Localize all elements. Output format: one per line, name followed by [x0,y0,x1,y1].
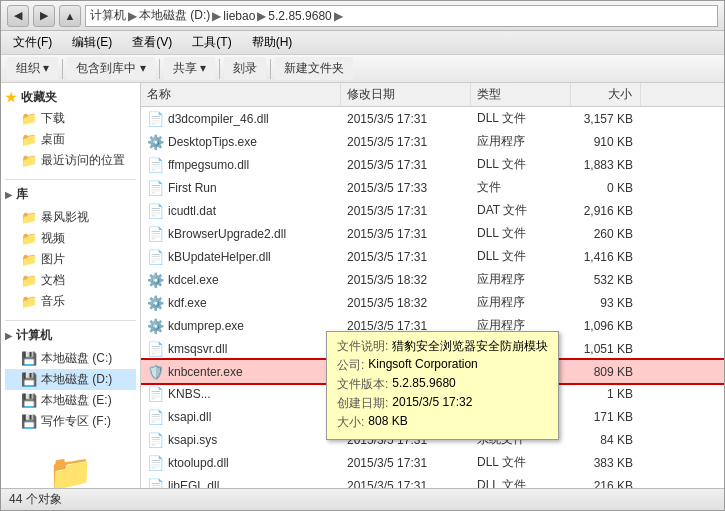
folder-icon: 📁 [21,153,37,168]
path-sep3: ▶ [257,9,266,23]
triangle-icon2: ▶ [5,331,12,341]
drive-icon: 💾 [21,351,37,366]
new-folder-button[interactable]: 新建文件夹 [275,57,353,80]
address-bar: ◀ ▶ ▲ 计算机 ▶ 本地磁盘 (D:) ▶ liebao ▶ 5.2.85.… [1,1,724,31]
tooltip-company-label: 公司: [337,357,364,374]
tooltip-version-row: 文件版本: 5.2.85.9680 [337,376,548,393]
video-label: 视频 [41,230,65,247]
status-bar: 44 个对象 [1,488,724,510]
tooltip-company-value: Kingsoft Corporation [368,357,477,374]
tooltip-created-value: 2015/3/5 17:32 [392,395,472,412]
sidebar-item-recent[interactable]: 📁 最近访问的位置 [5,150,136,171]
library-section: ▶ 库 📁 暴风影视 📁 视频 📁 图片 📁 文档 [5,184,136,312]
menu-file[interactable]: 文件(F) [9,32,56,53]
table-row[interactable]: 📄kBrowserUpgrade2.dll 2015/3/5 17:31 DLL… [141,222,724,245]
table-row[interactable]: ⚙️kdcel.exe 2015/3/5 18:32 应用程序 532 KB [141,268,724,291]
tooltip-desc-value: 猎豹安全浏览器安全防崩模块 [392,338,548,355]
back-button[interactable]: ◀ [7,5,29,27]
divider2 [5,320,136,321]
sidebar-item-movie[interactable]: 📁 暴风影视 [5,207,136,228]
sidebar-item-desktop[interactable]: 📁 桌面 [5,129,136,150]
path-sep1: ▶ [128,9,137,23]
tooltip-company-row: 公司: Kingsoft Corporation [337,357,548,374]
file-icon: ⚙️ [147,272,164,288]
table-row[interactable]: 📄ktoolupd.dll 2015/3/5 17:31 DLL 文件 383 … [141,451,724,474]
sidebar-item-f[interactable]: 💾 写作专区 (F:) [5,411,136,432]
file-icon: 🛡️ [147,364,164,380]
folder-icon: 📁 [21,210,37,225]
col-header-type[interactable]: 类型 [471,83,571,106]
sidebar-item-c[interactable]: 💾 本地磁盘 (C:) [5,348,136,369]
path-sep4: ▶ [334,9,343,23]
share-button[interactable]: 共享 ▾ [164,57,215,80]
path-drive[interactable]: 本地磁盘 (D:) [139,7,210,24]
folder-icon: 📁 [21,273,37,288]
forward-button[interactable]: ▶ [33,5,55,27]
drive-e-label: 本地磁盘 (E:) [41,392,112,409]
file-icon: 📄 [147,249,164,265]
bottom-folder-area: 📁 [5,452,136,488]
favorites-header[interactable]: ★ 收藏夹 [5,87,136,108]
organize-button[interactable]: 组织 ▾ [7,57,58,80]
path-version[interactable]: 5.2.85.9680 [268,9,331,23]
menu-tools[interactable]: 工具(T) [188,32,235,53]
tooltip-created-row: 创建日期: 2015/3/5 17:32 [337,395,548,412]
include-library-button[interactable]: 包含到库中 ▾ [67,57,154,80]
col-header-name[interactable]: 名称 [141,83,341,106]
table-row[interactable]: 📄kBUpdateHelper.dll 2015/3/5 17:31 DLL 文… [141,245,724,268]
drive-d-label: 本地磁盘 (D:) [41,371,112,388]
table-row[interactable]: 📄First Run 2015/3/5 17:33 文件 0 KB [141,176,724,199]
menu-edit[interactable]: 编辑(E) [68,32,116,53]
toolbar-sep1 [62,59,63,79]
library-header[interactable]: ▶ 库 [5,184,136,205]
address-path[interactable]: 计算机 ▶ 本地磁盘 (D:) ▶ liebao ▶ 5.2.85.9680 ▶ [85,5,718,27]
table-row[interactable]: 📄libEGL.dll 2015/3/5 17:31 DLL 文件 216 KB [141,474,724,488]
sidebar-item-download[interactable]: 📁 下载 [5,108,136,129]
computer-label: 计算机 [16,327,52,344]
sidebar-item-d[interactable]: 💾 本地磁盘 (D:) [5,369,136,390]
tooltip-popup: 文件说明: 猎豹安全浏览器安全防崩模块 公司: Kingsoft Corpora… [326,331,559,440]
path-liebao[interactable]: liebao [223,9,255,23]
music-label: 音乐 [41,293,65,310]
sidebar-item-pictures[interactable]: 📁 图片 [5,249,136,270]
computer-header[interactable]: ▶ 计算机 [5,325,136,346]
file-list-header: 名称 修改日期 类型 大小 [141,83,724,107]
path-computer[interactable]: 计算机 [90,7,126,24]
menu-help[interactable]: 帮助(H) [248,32,297,53]
file-icon: 📄 [147,111,164,127]
tooltip-desc-row: 文件说明: 猎豹安全浏览器安全防崩模块 [337,338,548,355]
file-icon: 📄 [147,455,164,471]
status-text: 44 个对象 [9,491,62,508]
favorites-section: ★ 收藏夹 📁 下载 📁 桌面 📁 最近访问的位置 [5,87,136,171]
drive-icon: 💾 [21,414,37,429]
file-icon: 📄 [147,157,164,173]
burn-button[interactable]: 刻录 [224,57,266,80]
explorer-window: ◀ ▶ ▲ 计算机 ▶ 本地磁盘 (D:) ▶ liebao ▶ 5.2.85.… [0,0,725,511]
folder-icon: 📁 [21,231,37,246]
sidebar-item-music[interactable]: 📁 音乐 [5,291,136,312]
movie-label: 暴风影视 [41,209,89,226]
tooltip-created-label: 创建日期: [337,395,388,412]
menu-view[interactable]: 查看(V) [128,32,176,53]
folder-icon: 📁 [21,252,37,267]
main-content: ★ 收藏夹 📁 下载 📁 桌面 📁 最近访问的位置 [1,83,724,488]
table-row[interactable]: 📄icudtl.dat 2015/3/5 17:31 DAT 文件 2,916 … [141,199,724,222]
table-row[interactable]: 📄ffmpegsumo.dll 2015/3/5 17:31 DLL 文件 1,… [141,153,724,176]
sidebar-item-video[interactable]: 📁 视频 [5,228,136,249]
menu-bar: 文件(F) 编辑(E) 查看(V) 工具(T) 帮助(H) [1,31,724,55]
table-row[interactable]: ⚙️DesktopTips.exe 2015/3/5 17:31 应用程序 91… [141,130,724,153]
drive-c-label: 本地磁盘 (C:) [41,350,112,367]
sidebar-item-e[interactable]: 💾 本地磁盘 (E:) [5,390,136,411]
col-header-size[interactable]: 大小 [571,83,641,106]
large-folder-icon: 📁 [48,452,93,488]
file-list-area: 名称 修改日期 类型 大小 📄d3dcompiler_46.dll 2015/3… [141,83,724,488]
table-row[interactable]: 📄d3dcompiler_46.dll 2015/3/5 17:31 DLL 文… [141,107,724,130]
table-row[interactable]: ⚙️kdf.exe 2015/3/5 18:32 应用程序 93 KB [141,291,724,314]
up-button[interactable]: ▲ [59,5,81,27]
sidebar-item-docs[interactable]: 📁 文档 [5,270,136,291]
file-icon: 📄 [147,203,164,219]
file-icon: 📄 [147,180,164,196]
tooltip-size-value: 808 KB [368,414,407,431]
file-icon: 📄 [147,409,164,425]
col-header-date[interactable]: 修改日期 [341,83,471,106]
